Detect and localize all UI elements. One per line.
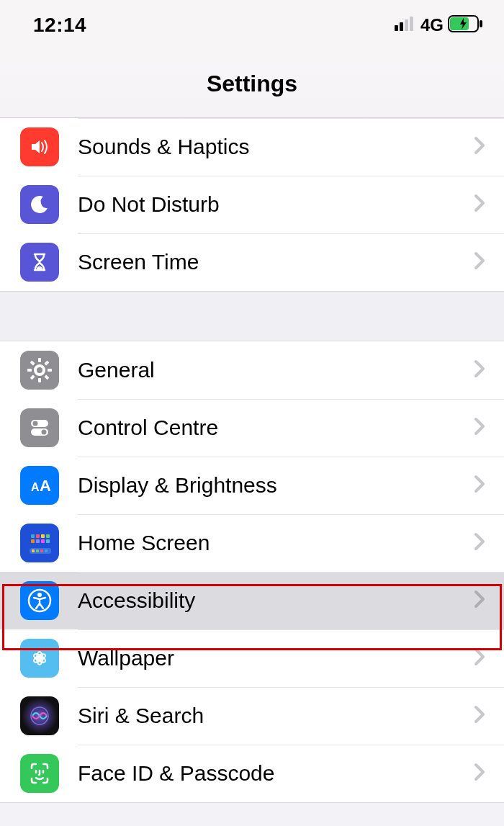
flower-icon (20, 639, 59, 678)
svg-point-10 (33, 421, 38, 426)
svg-point-30 (37, 656, 42, 660)
row-label: Sounds & Haptics (59, 135, 474, 159)
svg-rect-1 (400, 22, 403, 31)
row-label: Do Not Disturb (59, 192, 474, 217)
chevron-right-icon (474, 417, 485, 439)
svg-rect-17 (41, 534, 45, 538)
svg-rect-25 (36, 549, 39, 552)
row-face-id-passcode[interactable]: Face ID & Passcode (0, 745, 504, 802)
status-indicators: 4G (395, 15, 484, 35)
settings-header: Settings (0, 50, 504, 118)
row-label: Display & Brightness (59, 473, 474, 498)
settings-group: Sounds & Haptics Do Not Disturb Screen T… (0, 118, 504, 292)
svg-rect-5 (480, 20, 482, 27)
face-id-icon (20, 754, 59, 793)
chevron-right-icon (474, 475, 485, 496)
row-siri-search[interactable]: Siri & Search (0, 687, 504, 745)
chevron-right-icon (474, 194, 485, 215)
row-label: Screen Time (59, 250, 474, 274)
svg-rect-24 (32, 549, 35, 552)
text-size-icon: A A (20, 466, 59, 505)
row-label: Home Screen (59, 531, 474, 555)
row-general[interactable]: General (0, 341, 504, 399)
settings-group: General Control Centre A (0, 341, 504, 803)
hourglass-icon (20, 243, 59, 282)
chevron-right-icon (474, 763, 485, 784)
svg-rect-21 (41, 539, 45, 543)
svg-rect-27 (45, 549, 48, 552)
speaker-icon (20, 127, 59, 166)
row-control-centre[interactable]: Control Centre (0, 399, 504, 457)
chevron-right-icon (474, 359, 485, 381)
page-title: Settings (207, 71, 297, 97)
row-do-not-disturb[interactable]: Do Not Disturb (0, 176, 504, 233)
row-label: Control Centre (59, 416, 474, 440)
svg-point-29 (37, 593, 42, 597)
svg-text:A: A (40, 477, 51, 495)
row-home-screen[interactable]: Home Screen (0, 514, 504, 572)
svg-point-7 (35, 366, 44, 374)
cellular-signal-icon (395, 17, 416, 34)
svg-rect-26 (40, 549, 43, 552)
status-bar: 12:14 4G (0, 0, 504, 50)
chevron-right-icon (474, 705, 485, 727)
chevron-right-icon (474, 136, 485, 158)
svg-rect-6 (450, 17, 469, 30)
row-label: General (59, 358, 474, 382)
accessibility-icon (20, 581, 59, 620)
siri-icon (20, 696, 59, 735)
row-display-brightness[interactable]: A A Display & Brightness (0, 457, 504, 514)
chevron-right-icon (474, 532, 485, 554)
moon-icon (20, 185, 59, 224)
row-wallpaper[interactable]: Wallpaper (0, 629, 504, 687)
chevron-right-icon (474, 590, 485, 611)
row-accessibility[interactable]: Accessibility (0, 572, 504, 629)
chevron-right-icon (474, 251, 485, 273)
svg-rect-18 (46, 534, 50, 538)
network-label: 4G (420, 15, 444, 35)
row-label: Siri & Search (59, 704, 474, 728)
svg-rect-22 (46, 539, 50, 543)
svg-rect-3 (410, 17, 413, 31)
svg-rect-20 (36, 539, 40, 543)
svg-point-12 (42, 430, 47, 435)
svg-rect-0 (395, 25, 398, 31)
svg-text:A: A (31, 481, 40, 493)
row-label: Face ID & Passcode (59, 761, 474, 786)
svg-rect-15 (31, 534, 35, 538)
home-grid-icon (20, 524, 59, 562)
chevron-right-icon (474, 647, 485, 669)
row-label: Accessibility (59, 588, 474, 613)
gear-icon (20, 351, 59, 390)
svg-rect-8 (38, 358, 41, 362)
row-screen-time[interactable]: Screen Time (0, 233, 504, 291)
settings-list[interactable]: Sounds & Haptics Do Not Disturb Screen T… (0, 118, 504, 803)
row-label: Wallpaper (59, 646, 474, 670)
svg-rect-16 (36, 534, 40, 538)
svg-rect-2 (405, 19, 408, 31)
svg-rect-19 (31, 539, 35, 543)
status-time: 12:14 (33, 14, 86, 37)
row-sounds-haptics[interactable]: Sounds & Haptics (0, 118, 504, 176)
switches-icon (20, 408, 59, 447)
battery-charging-icon (448, 15, 484, 35)
